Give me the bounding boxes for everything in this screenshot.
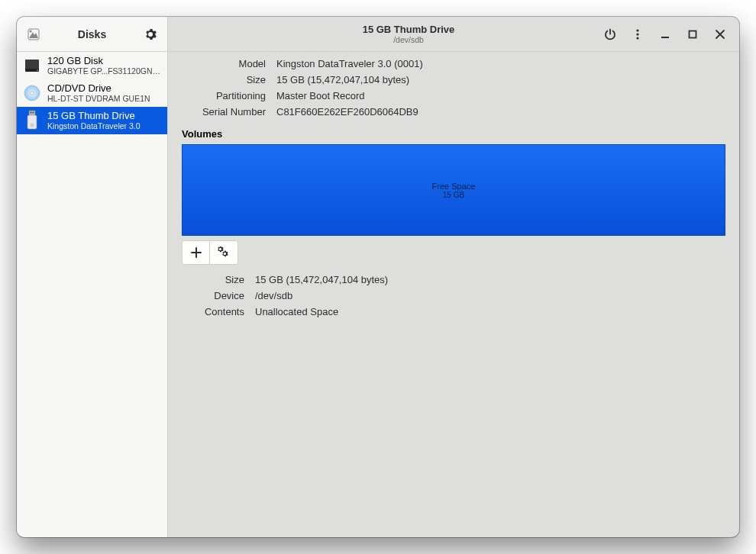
sidebar-item-dvd-drive[interactable]: CD/DVD Drive HL-DT-ST DVDRAM GUE1N [17,79,167,107]
volume-toolbar [182,240,238,265]
disk-sub: GIGABYTE GP...FS31120GNTD [47,66,163,76]
label-model: Model [182,58,266,69]
svg-point-13 [636,33,638,35]
sidebar: Disks 120 GB Disk GIGABYTE GP...FS31120G… [17,17,168,537]
usb-icon [21,110,43,131]
cd-icon [21,82,43,104]
disk-sub: Kingston DataTraveler 3.0 [47,121,141,131]
svg-point-6 [31,92,34,95]
svg-point-0 [30,30,32,32]
close-button[interactable] [707,21,733,47]
volumes-section-title: Volumes [182,128,725,140]
volume-name: Free Space [432,182,476,191]
page-subtitle: /dev/sdb [220,35,597,44]
app-window: Disks 120 GB Disk GIGABYTE GP...FS31120G… [17,17,739,537]
label-size: Size [182,74,266,85]
svg-rect-2 [25,60,39,70]
label-vol-size: Size [182,274,244,285]
svg-point-12 [636,29,638,31]
label-serial: Serial Number [182,106,266,118]
disk-name: CD/DVD Drive [47,82,150,94]
harddisk-icon [21,55,43,76]
partition-options-button[interactable] [210,241,237,264]
label-contents: Contents [182,306,244,317]
disk-name: 15 GB Thumb Drive [47,110,141,121]
svg-point-4 [37,69,38,71]
drive-menu-button[interactable] [625,21,651,47]
svg-point-14 [636,37,638,39]
value-partitioning: Master Boot Record [276,90,725,101]
content-area: Model Kingston DataTraveler 3.0 (0001) S… [168,52,739,537]
svg-rect-15 [661,37,669,38]
minimize-button[interactable] [652,21,678,47]
svg-point-11 [31,124,34,127]
value-model: Kingston DataTraveler 3.0 (0001) [276,58,725,69]
disk-name: 120 GB Disk [47,55,163,66]
label-device: Device [182,290,244,301]
value-device: /dev/sdb [255,290,725,301]
maximize-button[interactable] [680,21,706,47]
app-menu-icon[interactable] [23,24,44,45]
main-pane: 15 GB Thumb Drive /dev/sdb [168,17,739,537]
sidebar-header: Disks [17,17,167,52]
disk-sub: HL-DT-ST DVDRAM GUE1N [47,94,150,104]
sidebar-item-disk-120gb[interactable]: 120 GB Disk GIGABYTE GP...FS31120GNTD [17,52,167,79]
title-block: 15 GB Thumb Drive /dev/sdb [220,24,597,44]
drive-info-grid: Model Kingston DataTraveler 3.0 (0001) S… [182,58,725,118]
value-size: 15 GB (15,472,047,104 bytes) [276,74,725,85]
disk-list: 120 GB Disk GIGABYTE GP...FS31120GNTD CD… [17,52,167,537]
create-partition-button[interactable] [183,241,210,264]
page-title: 15 GB Thumb Drive [220,24,597,35]
app-settings-icon[interactable] [140,24,161,45]
main-header: 15 GB Thumb Drive /dev/sdb [168,17,739,52]
power-button[interactable] [597,21,623,47]
svg-rect-8 [31,112,32,114]
svg-rect-16 [690,31,696,37]
svg-rect-9 [33,112,34,114]
value-serial: C81F660E262EF260D6064DB9 [276,106,725,118]
sidebar-item-thumb-drive[interactable]: 15 GB Thumb Drive Kingston DataTraveler … [17,107,167,134]
volume-partition-free-space[interactable]: Free Space 15 GB [182,144,725,236]
volume-info-grid: Size 15 GB (15,472,047,104 bytes) Device… [182,274,725,317]
value-contents: Unallocated Space [255,306,725,317]
label-partitioning: Partitioning [182,90,266,101]
volume-size: 15 GB [443,191,464,199]
svg-rect-7 [29,111,35,115]
sidebar-title: Disks [44,28,140,40]
value-vol-size: 15 GB (15,472,047,104 bytes) [255,274,725,285]
